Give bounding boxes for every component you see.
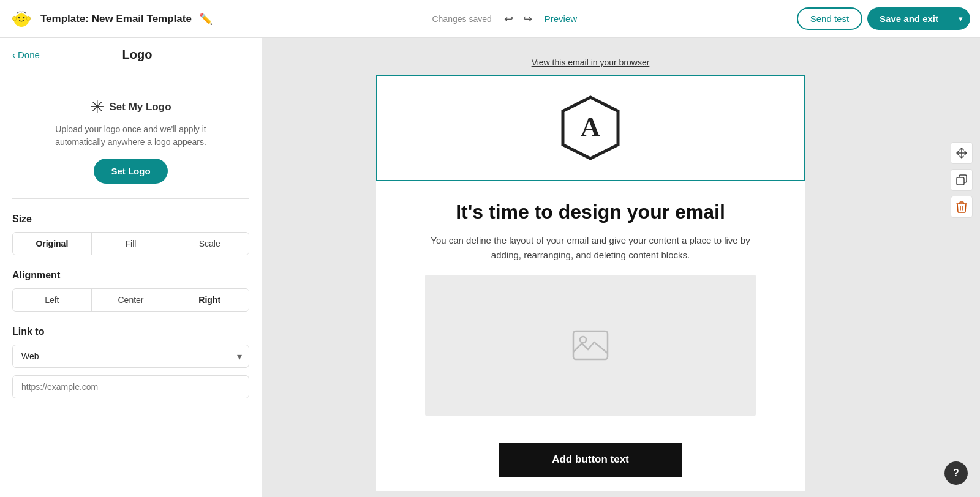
logo-star-icon: ✳ <box>90 97 104 117</box>
logo-email-block[interactable]: A <box>376 75 805 181</box>
link-url-input[interactable] <box>12 375 249 398</box>
set-logo-icon-area: ✳ Set My Logo <box>12 97 249 117</box>
alignment-toggle-group: Left Center Right <box>12 288 249 312</box>
template-title: Template: New Email Template <box>40 13 192 25</box>
edit-title-icon[interactable]: ✏️ <box>199 12 213 26</box>
align-center-button[interactable]: Center <box>92 289 171 311</box>
align-right-button[interactable]: Right <box>170 289 249 311</box>
duplicate-block-button[interactable] <box>951 169 973 191</box>
send-test-button[interactable]: Send test <box>797 7 862 30</box>
alignment-section: Alignment Left Center Right <box>12 270 249 312</box>
svg-point-4 <box>13 16 17 21</box>
panel-header: ‹ Done Logo <box>0 38 262 72</box>
redo-button[interactable]: ↪ <box>521 10 535 28</box>
svg-point-5 <box>26 16 30 21</box>
email-subtext: You can define the layout of your email … <box>419 233 762 263</box>
link-to-section: Link to Web Email Phone File ▾ <box>12 326 249 398</box>
logo-block-content: A <box>377 76 804 180</box>
link-type-select-wrapper: Web Email Phone File ▾ <box>12 345 249 368</box>
save-exit-button[interactable]: Save and exit <box>867 7 951 30</box>
panel-body: ✳ Set My Logo Upload your logo once and … <box>0 72 262 413</box>
svg-point-9 <box>580 337 586 343</box>
left-panel: ‹ Done Logo ✳ Set My Logo Upload your lo… <box>0 38 262 497</box>
set-logo-section: ✳ Set My Logo Upload your logo once and … <box>12 87 249 199</box>
done-link[interactable]: ‹ Done <box>12 50 40 60</box>
set-logo-description: Upload your logo once and we'll apply it… <box>51 123 211 149</box>
link-to-label: Link to <box>12 326 249 337</box>
duplicate-icon <box>956 174 967 185</box>
size-fill-button[interactable]: Fill <box>92 233 171 255</box>
move-icon <box>956 148 967 159</box>
right-tools-panel <box>943 38 980 497</box>
set-logo-button[interactable]: Set Logo <box>94 159 167 184</box>
email-wrapper: View this email in your browser A It's t… <box>376 50 805 485</box>
nav-center: Changes saved ↩ ↪ Preview <box>432 10 577 28</box>
svg-point-3 <box>23 17 24 18</box>
size-toggle-group: Original Fill Scale <box>12 232 249 255</box>
move-block-button[interactable] <box>951 142 973 164</box>
nav-right: Send test Save and exit ▾ <box>797 7 970 30</box>
link-type-select[interactable]: Web Email Phone File <box>12 345 249 368</box>
set-logo-title-text: Set My Logo <box>109 101 171 113</box>
size-section: Size Original Fill Scale <box>12 214 249 255</box>
help-button[interactable]: ? <box>944 461 968 485</box>
delete-block-button[interactable] <box>951 196 973 218</box>
svg-point-2 <box>18 17 20 18</box>
top-navigation: Template: New Email Template ✏️ Changes … <box>0 0 980 38</box>
align-left-button[interactable]: Left <box>13 289 92 311</box>
preview-button[interactable]: Preview <box>545 13 577 24</box>
mailchimp-logo <box>10 7 33 31</box>
image-placeholder-icon <box>572 330 609 361</box>
size-scale-button[interactable]: Scale <box>170 233 249 255</box>
svg-point-1 <box>15 13 28 23</box>
alignment-label: Alignment <box>12 270 249 281</box>
main-layout: ‹ Done Logo ✳ Set My Logo Upload your lo… <box>0 38 980 497</box>
svg-rect-10 <box>957 177 964 185</box>
save-exit-dropdown-button[interactable]: ▾ <box>951 7 970 30</box>
image-placeholder-block[interactable] <box>425 275 756 416</box>
email-canvas-area: View this email in your browser A It's t… <box>262 38 943 497</box>
svg-text:A: A <box>581 112 600 142</box>
email-heading: It's time to design your email <box>401 201 780 223</box>
delete-icon <box>956 201 967 213</box>
nav-left: Template: New Email Template ✏️ <box>10 7 213 31</box>
svg-rect-8 <box>573 331 608 359</box>
undo-button[interactable]: ↩ <box>502 10 516 28</box>
hex-logo-svg: A <box>557 94 624 162</box>
cta-button[interactable]: Add button text <box>499 443 682 477</box>
size-original-button[interactable]: Original <box>13 233 92 255</box>
size-label: Size <box>12 214 249 225</box>
save-exit-group: Save and exit ▾ <box>867 7 970 30</box>
view-in-browser-link[interactable]: View this email in your browser <box>376 50 805 75</box>
changes-saved-status: Changes saved <box>432 14 491 24</box>
panel-title: Logo <box>50 48 225 62</box>
undo-redo-group: ↩ ↪ <box>502 10 535 28</box>
cta-button-block: Add button text <box>376 428 805 491</box>
email-text-block: It's time to design your email You can d… <box>376 181 805 275</box>
